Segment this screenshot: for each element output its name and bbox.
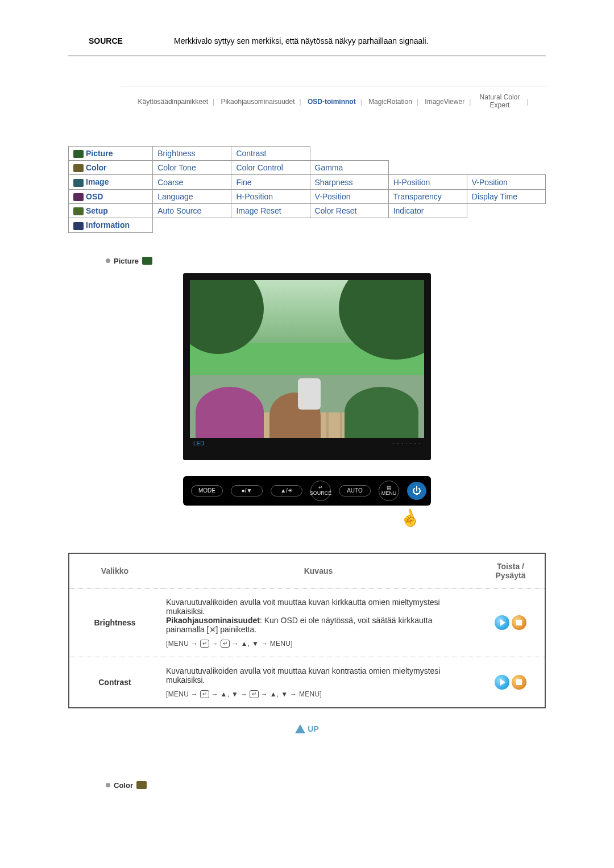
col-play: Toista / Pysäytä <box>476 553 545 589</box>
link-colorreset[interactable]: Color Reset <box>315 206 357 215</box>
link-gamma[interactable]: Gamma <box>315 163 343 172</box>
link-language[interactable]: Language <box>157 192 193 201</box>
section-color-label: Color <box>114 781 133 790</box>
link-colorcontrol[interactable]: Color Control <box>236 163 283 172</box>
col-menu: Valikko <box>69 553 160 589</box>
section-color-icon <box>136 781 147 789</box>
tab-nce-line2: Expert <box>488 101 512 109</box>
down-button[interactable]: ●/▼ <box>231 485 263 496</box>
link-imagereset[interactable]: Image Reset <box>236 206 281 215</box>
monitor-button-strip: MODE ●/▼ ▲/☀ ↵ SOURCE AUTO ▤ MENU ⏻ <box>183 476 431 506</box>
link-indicator[interactable]: Indicator <box>393 206 424 215</box>
bezel-indicators: · · · · · · · <box>393 440 421 446</box>
link-colortone[interactable]: Color Tone <box>157 163 196 172</box>
bullet-icon <box>106 258 110 263</box>
monitor-screen <box>190 280 424 438</box>
link-vpos[interactable]: V-Position <box>472 178 508 187</box>
row-brightness-desc: Kuvaruutuvalikoiden avulla voit muuttaa … <box>160 588 476 657</box>
tab-osd[interactable]: OSD-toiminnot <box>305 98 358 106</box>
section-picture-icon <box>142 257 152 265</box>
cat-setup[interactable]: Setup <box>86 206 108 215</box>
section-color: Color <box>106 781 546 790</box>
monitor-stand <box>183 450 431 460</box>
brightness-bold: Pikaohjausominaisuudet <box>166 616 260 625</box>
link-transparency[interactable]: Transparency <box>393 192 442 201</box>
link-brightness[interactable]: Brightness <box>157 149 195 158</box>
led-label: LED <box>193 440 204 446</box>
link-sharpness[interactable]: Sharpness <box>315 178 353 187</box>
source-button[interactable]: ↵ SOURCE <box>310 481 331 501</box>
row-contrast-name: Contrast <box>69 657 160 708</box>
up-label: UP <box>308 724 318 733</box>
ct-steps-3: → ▲, ▼ → MENU] <box>259 690 322 698</box>
br-steps-1: [MENU → <box>166 640 200 648</box>
osd-menu-table: Picture Brightness Contrast Color Color … <box>68 146 546 233</box>
monitor-illustration: LED · · · · · · · MODE ●/▼ ▲/☀ ↵ SOURCE … <box>68 273 546 528</box>
ct-steps-2: → ▲, ▼ → <box>209 690 250 698</box>
row-contrast-controls <box>476 657 545 708</box>
info-icon <box>73 222 84 230</box>
monitor-bezel: LED · · · · · · · <box>183 273 431 450</box>
tab-strip: Käyttösäädinpainikkeet| Pikaohjausominai… <box>121 86 546 106</box>
link-contrast[interactable]: Contrast <box>236 149 266 158</box>
source-label: SOURCE <box>68 36 174 45</box>
enter-key-icon: ↵ <box>200 640 209 648</box>
cat-color[interactable]: Color <box>86 163 107 172</box>
picture-icon <box>73 150 84 158</box>
menu-button-label: MENU <box>381 491 397 496</box>
tab-imageviewer[interactable]: ImageViewer <box>422 98 467 106</box>
table-row: Contrast Kuvaruutuvalikoiden avulla voit… <box>69 657 545 708</box>
source-text: Merkkivalo syttyy sen merkiksi, että näy… <box>174 36 546 45</box>
tab-nce[interactable]: Natural Color Expert <box>475 93 525 110</box>
contrast-steps: [MENU → ↵ → ▲, ▼ → ↵ → ▲, ▼ → MENU] <box>166 690 471 698</box>
cat-information[interactable]: Information <box>86 220 130 229</box>
hand-cursor-icon: ☝ <box>397 506 422 531</box>
source-row: SOURCE Merkkivalo syttyy sen merkiksi, e… <box>68 34 546 56</box>
cat-picture[interactable]: Picture <box>86 149 113 158</box>
tab-quick[interactable]: Pikaohjausominaisuudet <box>218 98 297 106</box>
link-vpos2[interactable]: V-Position <box>315 192 351 201</box>
link-hpos[interactable]: H-Position <box>393 178 430 187</box>
ct-steps-1: [MENU → <box>166 690 200 698</box>
tab-nce-line1: Natural Color <box>478 93 522 101</box>
auto-button[interactable]: AUTO <box>339 485 371 496</box>
play-button[interactable] <box>495 675 509 690</box>
image-icon <box>73 179 84 187</box>
link-fine[interactable]: Fine <box>236 178 251 187</box>
brightness-steps: [MENU → ↵ → ↵ → ▲, ▼ → MENU] <box>166 640 471 648</box>
row-brightness-controls <box>476 588 545 657</box>
bullet-icon <box>106 783 110 787</box>
tab-controls[interactable]: Käyttösäädinpainikkeet <box>136 98 210 106</box>
link-hpos2[interactable]: H-Position <box>236 192 273 201</box>
play-button[interactable] <box>495 615 509 630</box>
cat-image[interactable]: Image <box>86 177 109 186</box>
link-autosource[interactable]: Auto Source <box>157 206 201 215</box>
contrast-text1: Kuvaruutuvalikoiden avulla voit muuttaa … <box>166 666 440 685</box>
stop-button[interactable] <box>512 615 526 630</box>
up-arrow-icon <box>295 724 305 733</box>
cat-osd[interactable]: OSD <box>86 192 103 201</box>
osd-icon <box>73 193 84 201</box>
power-button[interactable]: ⏻ <box>407 482 426 500</box>
back-to-top[interactable]: UP <box>68 724 546 736</box>
row-contrast-desc: Kuvaruutuvalikoiden avulla voit muuttaa … <box>160 657 476 708</box>
source-button-label: SOURCE <box>310 491 332 496</box>
table-row: Brightness Kuvaruutuvalikoiden avulla vo… <box>69 588 545 657</box>
picture-options-table: Valikko Kuvaus Toista / Pysäytä Brightne… <box>68 553 546 708</box>
menu-button[interactable]: ▤ MENU <box>379 481 399 501</box>
br-steps-2: → <box>209 640 221 648</box>
enter-key-icon: ↵ <box>250 690 259 698</box>
mode-button[interactable]: MODE <box>191 485 223 496</box>
brightness-text1: Kuvaruutuvalikoiden avulla voit muuttaa … <box>166 598 440 616</box>
color-icon <box>73 164 84 172</box>
col-desc: Kuvaus <box>160 553 476 589</box>
brightness-key-icon <box>209 626 216 633</box>
enter-key-icon: ↵ <box>221 640 230 648</box>
link-coarse[interactable]: Coarse <box>157 178 183 187</box>
tab-magicrotation[interactable]: MagicRotation <box>366 98 414 106</box>
stop-button[interactable] <box>512 675 526 690</box>
brightness-text3: ] painiketta. <box>216 625 257 634</box>
up-bright-button[interactable]: ▲/☀ <box>271 485 302 496</box>
link-displaytime[interactable]: Display Time <box>472 192 517 201</box>
setup-icon <box>73 207 84 215</box>
